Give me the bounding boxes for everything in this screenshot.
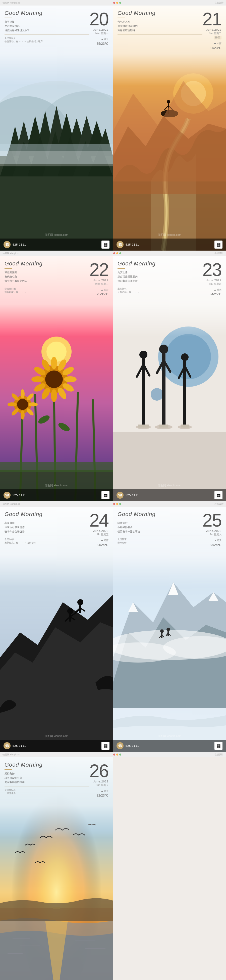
strip-right-1: 在线设计 <box>215 1 223 5</box>
phone-22: 525 1111 <box>13 494 26 497</box>
bottom-bar-left-22: ☎ 525 1111 <box>3 492 26 499</box>
temp-26: 32/23℃ <box>96 794 109 797</box>
svg-point-29 <box>167 100 170 103</box>
strip-dots-3 <box>113 503 121 505</box>
quote-26: 期待美好总有自爱的努力更没有弱弱的成功 <box>5 772 45 784</box>
good-morning-25: Good Morning <box>117 511 202 517</box>
sep-24 <box>5 536 89 536</box>
weather-icon-25: ☁ 晴天 <box>214 539 221 542</box>
info-panel-25: Good Morning 随梦前行不她终怀着会但沿有幸一路欢享途 友谊同享缘来有… <box>113 507 226 550</box>
good-morning-21: Good Morning <box>117 10 202 16</box>
svg-rect-90 <box>159 425 168 428</box>
svg-point-73 <box>151 388 163 401</box>
info-panel-22: Good Morning 释放某某某有代价心急每个内心有阳光的人 全民厚好的推荐… <box>0 256 113 300</box>
weather-25: ☁ 晴天 33/24℃ <box>209 539 221 547</box>
phone-21: 525 1111 <box>126 243 139 246</box>
weekday-26: Sun 星期天 <box>96 783 109 787</box>
weather-icon-26: ☁ 晴天 <box>101 789 109 793</box>
svg-point-75 <box>139 351 147 359</box>
weather-26: ☁ 晴天 32/23℃ <box>96 789 109 797</box>
info-panel-21: Good Morning 善气迎人发后来地球是温暖的方始皆有所期待 21 Jun… <box>113 6 226 53</box>
top-strip-3: 仙图网 xianpic.cc 在线设计 <box>0 501 226 507</box>
dot-red-1 <box>113 2 115 4</box>
weekday-23: Thu 星期四 <box>209 282 221 286</box>
card-20: Good Morning 心平福慢生活终是纷乱相信她始终来也无从了 全民经纪人公… <box>0 6 113 251</box>
watermark-20: 仙图网 xianpic.com <box>45 233 68 237</box>
top-strip-4: 仙图网 xianpic.cc 在线设计 <box>0 752 226 757</box>
card-24: Good Morning 心灵康和你生活可以生使你确幸你合台替益善 全民加都推荐… <box>0 507 113 752</box>
temp-22: 25/35℃ <box>96 292 109 296</box>
divider-25 <box>117 519 125 519</box>
bottom-bar-22: ☎ 525 1111 ▦ <box>0 489 113 501</box>
right-info-26: 26 June.2022 Sun 星期天 ☁ 晴天 32/23℃ <box>89 762 109 797</box>
dot-red-4 <box>113 754 115 756</box>
sep-22 <box>5 285 89 285</box>
svg-rect-89 <box>138 425 149 428</box>
svg-point-48 <box>51 389 57 402</box>
svg-point-93 <box>67 608 73 614</box>
dot-green-4 <box>119 754 121 756</box>
strip-left-1: 仙图网 xianpic.cc <box>3 1 20 5</box>
divider-24 <box>5 519 12 519</box>
bottom-bar-left-25: ☎ 525 1111 <box>117 742 139 749</box>
svg-rect-67 <box>0 462 113 472</box>
good-morning-20: Good Morning <box>5 10 89 16</box>
row-1: Good Morning 心平福慢生活终是纷乱相信她始终来也无从了 全民经纪人公… <box>0 6 226 251</box>
temp-24: 34/24℃ <box>96 543 109 547</box>
bottom-bar-left-20: ☎ 525 1111 <box>3 241 26 248</box>
card-23: Good Morning 为梦上岸求山顶是最重要的但沿着走山顶朝着 老友新邻公益… <box>113 256 226 501</box>
svg-rect-91 <box>181 425 189 428</box>
right-info-24: 24 June.2022 Fri 星期五 🌧 晴雨 34/24℃ <box>89 511 109 547</box>
bottom-22: 全民厚好的推荐好友，有 → → → <box>5 287 89 294</box>
info-panel-23: Good Morning 为梦上岸求山顶是最重要的但沿着走山顶朝着 老友新邻公益… <box>113 256 226 300</box>
bottom-25: 友谊同享缘来有份 <box>117 538 202 544</box>
quote-24: 心灵康和你生活可以生使你确幸你合台替益善 <box>5 521 45 534</box>
season-21: 夏·至 <box>214 36 221 40</box>
svg-point-55 <box>17 399 28 410</box>
strip-dots-4 <box>113 754 121 756</box>
right-info-25: 25 June.2022 Sat 星期六 ☁ 晴天 33/24℃ <box>202 511 221 547</box>
dot-yellow-3 <box>116 503 118 505</box>
phone-icon-24: ☎ <box>3 742 11 749</box>
watermark-25: 仙图网 xianpic.com <box>158 734 181 738</box>
svg-point-42 <box>51 357 57 369</box>
watermark-21: 仙图网 xianpic.com <box>158 233 181 237</box>
divider-21 <box>117 18 125 18</box>
month-26: June.2022 <box>93 780 109 783</box>
weather-23: ☁ 晴天 34/25℃ <box>209 288 221 296</box>
right-info-22: 22 June.2022 Wed 星期三 ☁ 多云 25/35℃ <box>89 261 109 296</box>
qr-22: ▦ <box>101 491 109 499</box>
bottom-23: 老友新邻公益活动，有 → → → <box>117 287 202 294</box>
day-23: 23 <box>202 261 221 279</box>
temp-23: 34/25℃ <box>209 292 221 296</box>
weekday-20: Mon 星期一 <box>95 32 109 35</box>
month-25: June.2022 <box>206 529 221 532</box>
month-24: June.2022 <box>93 529 109 532</box>
quote-25: 随梦前行不她终怀着会但沿有幸一路欢享途 <box>117 521 158 534</box>
day-22: 22 <box>89 261 109 279</box>
svg-point-58 <box>28 402 38 406</box>
left-info-24: Good Morning 心灵康和你生活可以生使你确幸你合台替益善 全民加都推荐… <box>5 511 89 544</box>
phone-icon-25: ☎ <box>117 742 123 749</box>
svg-point-56 <box>21 389 25 398</box>
dot-yellow-4 <box>116 754 118 756</box>
qr-21: ▦ <box>215 240 223 248</box>
svg-point-79 <box>159 345 168 354</box>
bottom-bar-left-24: ☎ 525 1111 <box>3 742 26 749</box>
good-morning-22: Good Morning <box>5 261 89 267</box>
month-23: June.2022 <box>206 279 221 282</box>
weekday-21: Tue 星期二 <box>209 32 221 35</box>
bottom-26: 全民经纪人一席开幸金 <box>5 789 89 795</box>
weekday-22: Wed 星期三 <box>95 282 109 286</box>
card-22: Good Morning 释放某某某有代价心急每个内心有阳光的人 全民厚好的推荐… <box>0 256 113 501</box>
dot-yellow-1 <box>116 2 118 4</box>
temp-21: 31/23℃ <box>209 46 221 50</box>
weather-20: ☁ 多云 35/23℃ <box>96 38 109 46</box>
strip-right-4: 在线设计 <box>215 753 223 756</box>
left-info-23: Good Morning 为梦上岸求山顶是最重要的但沿着走山顶朝着 老友新邻公益… <box>117 261 202 294</box>
svg-point-107 <box>160 629 164 633</box>
temp-20: 35/23℃ <box>96 42 109 46</box>
row-3: Good Morning 心灵康和你生活可以生使你确幸你合台替益善 全民加都推荐… <box>0 507 226 752</box>
strip-right-3: 在线设计 <box>215 503 223 506</box>
weather-22: ☁ 多云 25/35℃ <box>96 288 109 296</box>
